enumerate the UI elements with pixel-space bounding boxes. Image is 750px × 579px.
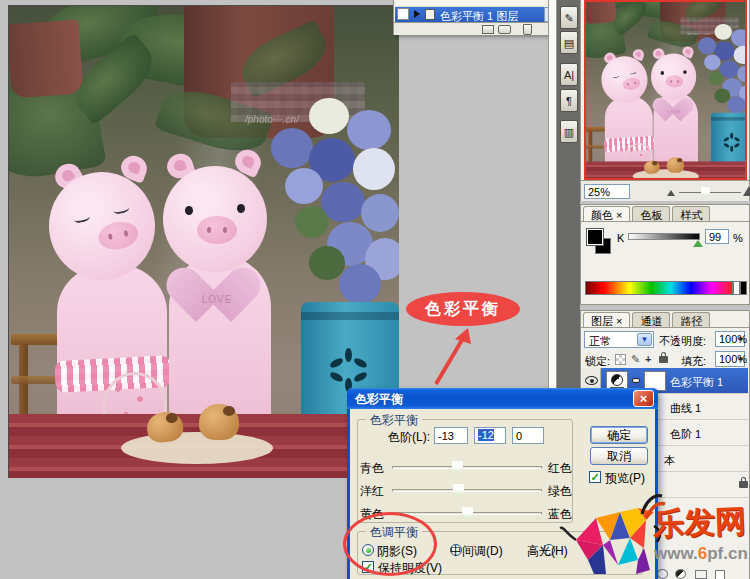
heart-text: LOVE [197, 294, 237, 305]
annotation-arrow [424, 326, 476, 390]
magenta-label: 洋红 [360, 483, 384, 500]
foreground-color-swatch[interactable] [587, 229, 603, 245]
color-spectrum-bar[interactable] [585, 281, 733, 295]
zoom-out-icon[interactable] [667, 190, 675, 196]
adjustment-state-icon [425, 9, 435, 20]
lock-all-icon[interactable] [659, 356, 668, 363]
cyan-red-slider[interactable] [392, 466, 542, 469]
preview-checkbox[interactable]: ✓ [589, 471, 601, 483]
history-palette: 色彩平衡 1 图层 ▼ [393, 0, 558, 35]
highlights-label: 高光(H) [527, 543, 568, 560]
history-state-current[interactable]: 色彩平衡 1 图层 [395, 7, 544, 22]
tab-channels[interactable]: 通道 [632, 312, 670, 327]
bird-figurine [199, 404, 239, 440]
tab-layers[interactable]: 图层 × [583, 312, 630, 327]
new-snapshot-camera-icon[interactable] [498, 25, 511, 34]
red-label: 红色 [548, 460, 572, 477]
close-icon[interactable]: × [633, 390, 654, 407]
yellow-blue-slider[interactable] [392, 512, 542, 515]
cyan-label: 青色 [360, 460, 384, 477]
annotation-circle-shadows [343, 512, 437, 576]
annotation-label: 色彩平衡 [425, 299, 501, 320]
lock-shackle-icon [661, 352, 666, 357]
navigator-palette: /photo···.cn/ [580, 0, 750, 201]
history-bottom-bar [394, 22, 557, 35]
history-source-checkbox[interactable] [397, 8, 409, 20]
spectrum-white-swatch[interactable] [733, 281, 740, 295]
paragraph-palette-icon[interactable]: ¶ [560, 89, 578, 112]
level-input-1[interactable] [434, 427, 468, 444]
navigator-view-box[interactable] [584, 0, 747, 180]
zoom-percent-input[interactable] [584, 184, 630, 199]
info-palette-icon[interactable]: ▥ [560, 120, 578, 143]
palette-dock: ✎ ▤ A| ¶ ▥ [557, 0, 580, 392]
dock-edge [548, 0, 557, 392]
group-label: 色彩平衡 [366, 412, 422, 429]
k-value-input[interactable] [705, 229, 729, 244]
preview-label: 预览(P) [605, 470, 645, 487]
mask-link-icon[interactable] [632, 378, 640, 383]
photo-scene: /photo···.cn/ [9, 6, 399, 478]
delete-trash-icon[interactable] [523, 24, 532, 35]
percent-label: % [733, 232, 743, 244]
blend-mode-select[interactable]: 正常 ▼ [584, 331, 654, 348]
lock-transparency-icon[interactable] [615, 354, 626, 365]
level-input-2[interactable]: -12 [474, 427, 506, 444]
eye-icon[interactable] [585, 376, 598, 385]
midtones-label: 中间调(D) [450, 543, 503, 560]
zoom-slider-thumb[interactable] [701, 187, 710, 198]
tab-paths[interactable]: 路径 [672, 312, 710, 327]
levels-label: 色阶(L): [388, 429, 430, 446]
lock-paint-icon[interactable]: ✎ [631, 353, 640, 366]
tab-styles[interactable]: 样式 [672, 206, 710, 221]
document-photo: /photo···.cn/ [8, 5, 399, 478]
k-slider-track[interactable] [628, 233, 700, 240]
annotation-bubble: 色彩平衡 [406, 292, 520, 326]
fill-label: 填充: [681, 354, 706, 369]
background-lock-icon [739, 481, 748, 488]
new-document-from-state-icon[interactable] [482, 25, 494, 34]
fill-arrow-icon[interactable]: ▸ [735, 352, 748, 367]
new-adjustment-layer-icon[interactable] [675, 569, 686, 579]
background-lock-shackle [741, 477, 746, 482]
photo-watermark-text: /photo···.cn/ [245, 114, 299, 125]
zoom-slider-track[interactable] [679, 192, 741, 193]
blend-mode-value: 正常 [589, 334, 611, 349]
dialog-title-bar[interactable]: 色彩平衡 × [347, 388, 658, 409]
new-group-icon[interactable] [695, 570, 707, 579]
navigator-thumbnail[interactable]: /photo···.cn/ [584, 0, 747, 180]
tab-color[interactable]: 颜色 × [583, 206, 630, 221]
layer-comps-icon[interactable]: ▤ [560, 31, 578, 54]
character-palette-icon[interactable]: A| [560, 63, 578, 86]
flower-pot-small [9, 20, 83, 99]
lock-label: 锁定: [585, 354, 610, 369]
green-label: 绿色 [548, 483, 572, 500]
layers-bottom-buttons [657, 569, 750, 579]
layer-style-icon[interactable] [657, 569, 668, 579]
chevron-down-icon[interactable]: ▼ [637, 333, 652, 346]
tab-swatches[interactable]: 色板 [632, 206, 670, 221]
screenshot-root: /photo···.cn/ [0, 0, 750, 579]
dialog-title: 色彩平衡 [355, 391, 403, 408]
layer-name: 色阶 1 [670, 427, 701, 442]
opacity-arrow-icon[interactable]: ▸ [735, 332, 748, 347]
history-state-partial [396, 0, 544, 7]
zoom-in-icon[interactable] [743, 186, 750, 196]
k-slider-thumb[interactable] [693, 240, 703, 247]
new-layer-icon[interactable] [715, 570, 725, 579]
cancel-button[interactable]: 取消 [590, 447, 648, 465]
k-channel-label: K [617, 232, 624, 244]
layer-name: 色彩平衡 1 [670, 375, 723, 390]
play-triangle-icon [414, 10, 420, 18]
doily [121, 432, 273, 464]
layer-name: 曲线 1 [670, 401, 701, 416]
navigator-bottom-bar [581, 180, 749, 201]
level-input-3[interactable] [512, 427, 544, 444]
color-palette: 颜色 × 色板 样式 K % [580, 204, 750, 305]
tool-presets-icon[interactable]: ✎ [560, 6, 578, 29]
layer-name: 本 [664, 453, 675, 468]
magenta-green-slider[interactable] [392, 489, 542, 492]
ok-button[interactable]: 确定 [590, 426, 648, 444]
spectrum-black-swatch[interactable] [740, 281, 747, 295]
lock-move-icon[interactable]: + [645, 353, 651, 365]
